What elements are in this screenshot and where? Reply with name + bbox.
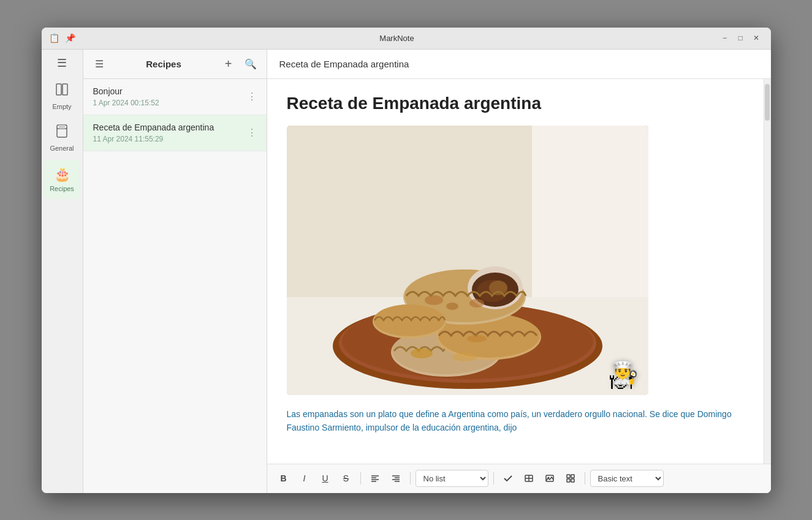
notes-list: Bonjour 1 Apr 2024 00:15:52 ⋮ Receta de … <box>83 79 267 493</box>
editor-content[interactable]: Receta de Empanada argentina <box>267 79 764 464</box>
editor-header: Receta de Empanada argentina <box>267 50 771 79</box>
svg-rect-4 <box>59 125 65 129</box>
sidebar-item-empty-label: Empty <box>52 103 71 110</box>
sidebar-item-recipes[interactable]: 🎂 Recipes <box>44 160 80 199</box>
bold-button[interactable]: B <box>275 469 293 488</box>
add-note-button[interactable]: + <box>220 55 237 72</box>
editor-scrollbar[interactable] <box>764 79 771 464</box>
notes-panel: ☰ Recipes + 🔍 Bonjour 1 Apr 2024 00:15:5… <box>83 50 267 493</box>
general-icon <box>55 124 69 142</box>
menu-icon[interactable]: ☰ <box>91 55 108 72</box>
note-item-bonjour-menu[interactable]: ⋮ <box>245 89 259 104</box>
image-icon <box>545 473 555 483</box>
app-window: 📋 📌 MarkNote − □ ✕ ☰ Empty <box>42 28 771 493</box>
note-item-empanada-menu[interactable]: ⋮ <box>245 126 259 140</box>
sidebar-item-empty[interactable]: Empty <box>44 77 80 116</box>
titlebar-controls: − □ ✕ <box>718 31 763 45</box>
svg-rect-1 <box>63 84 67 95</box>
toolbar-sep-1 <box>360 472 361 484</box>
svg-point-24 <box>452 353 477 361</box>
close-button[interactable]: ✕ <box>749 31 763 45</box>
empanada-image-svg: 🍽 <box>287 126 648 395</box>
svg-point-19 <box>489 281 507 295</box>
note-item-empanada-title: Receta de Empanada argentina <box>93 122 257 132</box>
align-right-icon <box>391 473 401 483</box>
maximize-button[interactable]: □ <box>734 31 747 45</box>
editor-content-wrapper: Receta de Empanada argentina <box>267 79 771 464</box>
underline-button[interactable]: U <box>316 469 335 488</box>
svg-point-25 <box>467 335 487 342</box>
sidebar-item-general[interactable]: General <box>44 118 80 157</box>
editor-panel: Receta de Empanada argentina Receta de E… <box>267 50 771 493</box>
align-left-icon <box>370 473 380 483</box>
note-image: 🍽 👨‍🍳 <box>287 126 648 395</box>
note-item-bonjour[interactable]: Bonjour 1 Apr 2024 00:15:52 ⋮ <box>83 79 267 115</box>
table-icon <box>524 473 534 483</box>
recipes-icon: 🎂 <box>54 167 70 183</box>
strikethrough-button[interactable]: S <box>337 469 355 488</box>
note-body-text: Las empanadas son un plato que define a … <box>287 407 744 435</box>
scrollbar-thumb[interactable] <box>765 84 770 121</box>
italic-button[interactable]: I <box>295 469 314 488</box>
svg-rect-46 <box>571 479 574 482</box>
svg-point-21 <box>446 303 458 310</box>
app-icon: 📋 <box>49 32 60 43</box>
empty-icon <box>55 82 69 100</box>
notes-panel-header: ☰ Recipes + 🔍 <box>83 50 267 79</box>
sidebar-item-recipes-label: Recipes <box>50 185 74 192</box>
check-button[interactable] <box>499 469 517 488</box>
note-item-bonjour-date: 1 Apr 2024 00:15:52 <box>93 99 257 107</box>
sidebar-item-general-label: General <box>50 145 74 152</box>
note-item-empanada-date: 11 Apr 2024 11:55:29 <box>93 135 257 143</box>
svg-rect-44 <box>571 475 574 478</box>
editor-header-title: Receta de Empanada argentina <box>279 59 409 69</box>
table-button[interactable] <box>520 469 538 488</box>
toolbar-sep-2 <box>410 472 411 484</box>
minimize-button[interactable]: − <box>718 31 731 45</box>
note-heading: Receta de Empanada argentina <box>287 94 744 113</box>
editor-toolbar: B I U S <box>267 464 771 493</box>
check-icon <box>503 473 513 483</box>
titlebar: 📋 📌 MarkNote − □ ✕ <box>42 28 771 50</box>
sidebar: ☰ Empty General <box>42 50 83 493</box>
svg-rect-28 <box>532 126 648 297</box>
notes-panel-title: Recipes <box>113 59 215 69</box>
align-left-button[interactable] <box>366 469 384 488</box>
text-style-select[interactable]: Basic text Heading 1 Heading 2 Heading 3 <box>590 470 664 487</box>
align-right-button[interactable] <box>387 469 405 488</box>
search-button[interactable]: 🔍 <box>242 55 259 72</box>
svg-point-23 <box>411 349 433 358</box>
grid-button[interactable] <box>561 469 580 488</box>
menu-toggle-button[interactable]: ☰ <box>53 55 70 72</box>
main-layout: ☰ Empty General <box>42 50 771 493</box>
pin-icon[interactable]: 📌 <box>65 32 76 43</box>
toolbar-sep-4 <box>585 472 585 484</box>
svg-rect-43 <box>567 475 570 478</box>
grid-icon <box>566 473 575 483</box>
svg-point-22 <box>469 299 484 307</box>
svg-rect-45 <box>567 479 570 482</box>
titlebar-title: MarkNote <box>379 34 414 43</box>
list-type-select[interactable]: No list Bullet list Numbered list Check … <box>415 470 488 487</box>
titlebar-left-icons: 📋 📌 <box>49 32 76 43</box>
toolbar-sep-3 <box>493 472 494 484</box>
svg-point-20 <box>425 295 443 305</box>
image-button[interactable] <box>541 469 559 488</box>
note-item-empanada[interactable]: Receta de Empanada argentina 11 Apr 2024… <box>83 115 267 151</box>
svg-rect-0 <box>56 84 61 95</box>
chef-icon: 👨‍🍳 <box>611 360 639 385</box>
note-item-bonjour-title: Bonjour <box>93 86 257 96</box>
